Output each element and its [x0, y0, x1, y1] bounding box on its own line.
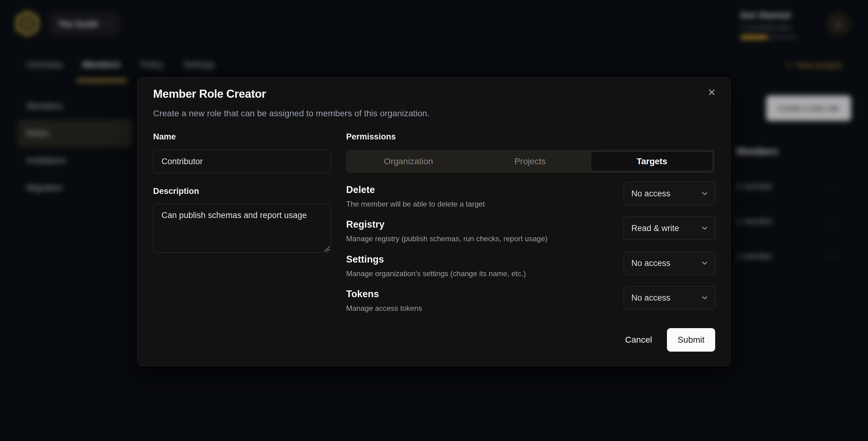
close-icon[interactable]: ✕ [704, 85, 719, 100]
app-root: The Guild Get Started 4 remaining tasks … [0, 0, 868, 441]
description-textarea[interactable]: Can publish schemas and report usage [153, 204, 331, 253]
selected-value: No access [631, 258, 670, 268]
selected-value: No access [631, 189, 670, 198]
settings-access-select[interactable]: No access [624, 251, 716, 275]
registry-access-select[interactable]: Read & write [624, 217, 716, 240]
cancel-button[interactable]: Cancel [618, 329, 659, 350]
permissions-tab-list: Organization Projects Targets [346, 150, 715, 173]
tab-organization[interactable]: Organization [348, 151, 469, 171]
dialog-footer: Cancel Submit [618, 328, 715, 352]
selected-value: No access [631, 293, 670, 303]
dialog-subtitle: Create a new role that can be assigned t… [153, 108, 429, 119]
dialog-title: Member Role Creator [153, 88, 266, 100]
tab-projects[interactable]: Projects [469, 151, 591, 171]
selected-value: Read & write [631, 224, 679, 233]
permission-row-delete: Delete The member will be able to delete… [346, 184, 716, 209]
permission-row-tokens: Tokens Manage access tokens No access [346, 288, 716, 313]
name-label: Name [153, 132, 176, 141]
tab-targets[interactable]: Targets [591, 151, 713, 171]
name-input[interactable] [153, 150, 331, 173]
permission-row-settings: Settings Manage organization's settings … [346, 254, 716, 278]
chevron-down-icon [701, 294, 709, 302]
chevron-down-icon [701, 190, 709, 198]
description-label: Description [153, 187, 199, 196]
tokens-access-select[interactable]: No access [624, 286, 716, 310]
delete-access-select[interactable]: No access [624, 182, 716, 206]
submit-button[interactable]: Submit [667, 328, 715, 352]
member-role-creator-dialog: Member Role Creator Create a new role th… [137, 77, 731, 366]
permission-row-registry: Registry Manage registry (publish schema… [346, 219, 716, 243]
chevron-down-icon [701, 224, 709, 232]
chevron-down-icon [701, 259, 709, 267]
permissions-label: Permissions [346, 132, 396, 141]
